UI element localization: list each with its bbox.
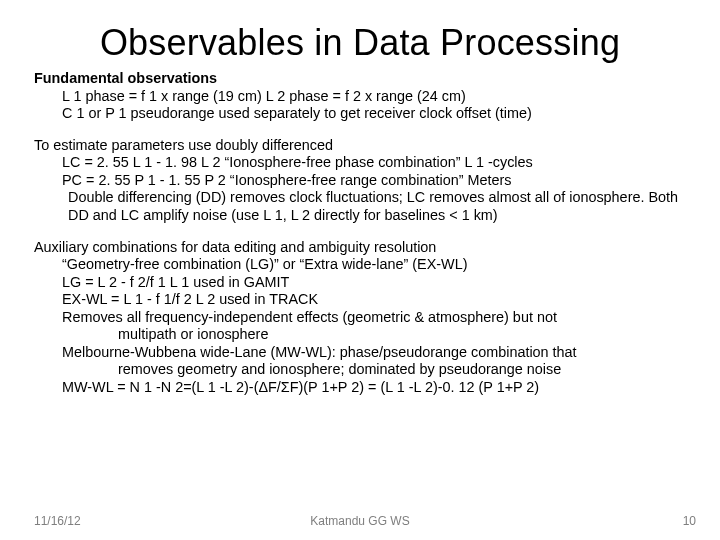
section-auxiliary: Auxiliary combinations for data editing … [34,239,686,397]
section-estimate: To estimate parameters use doubly differ… [34,137,686,225]
fundamental-heading: Fundamental observations [34,70,686,88]
aux-line-6: MW-WL = N 1 -N 2=(L 1 -L 2)-(ΔF/ΣF)(P 1+… [34,379,686,397]
estimate-line-2: PC = 2. 55 P 1 - 1. 55 P 2 “Ionosphere-f… [34,172,686,190]
aux-line-4: Removes all frequency-independent effect… [34,309,686,344]
aux-line-3: EX-WL = L 1 - f 1/f 2 L 2 used in TRACK [34,291,686,309]
slide: Observables in Data Processing Fundament… [0,0,720,540]
aux-heading: Auxiliary combinations for data editing … [34,239,686,257]
fundamental-line-2: C 1 or P 1 pseudorange used separately t… [34,105,686,123]
fundamental-line-1: L 1 phase = f 1 x range (19 cm) L 2 phas… [34,88,686,106]
aux-line-5: Melbourne-Wubbena wide-Lane (MW-WL): pha… [34,344,686,379]
estimate-heading: To estimate parameters use doubly differ… [34,137,686,155]
aux-line-4-text: Removes all frequency-independent effect… [62,309,557,325]
estimate-line-3: Double differencing (DD) removes clock f… [34,189,686,224]
estimate-line-1: LC = 2. 55 L 1 - 1. 98 L 2 “Ionosphere-f… [34,154,686,172]
aux-line-4-cont: multipath or ionosphere [62,326,686,344]
footer-center: Katmandu GG WS [0,514,720,528]
footer-page-number: 10 [683,514,696,528]
aux-line-5-cont: removes geometry and ionosphere; dominat… [62,361,686,379]
aux-line-2: LG = L 2 - f 2/f 1 L 1 used in GAMIT [34,274,686,292]
slide-body: Fundamental observations L 1 phase = f 1… [0,70,720,397]
section-fundamental: Fundamental observations L 1 phase = f 1… [34,70,686,123]
aux-line-5-text: Melbourne-Wubbena wide-Lane (MW-WL): pha… [62,344,577,360]
slide-title: Observables in Data Processing [0,0,720,70]
aux-line-1: “Geometry-free combination (LG)” or “Ext… [34,256,686,274]
